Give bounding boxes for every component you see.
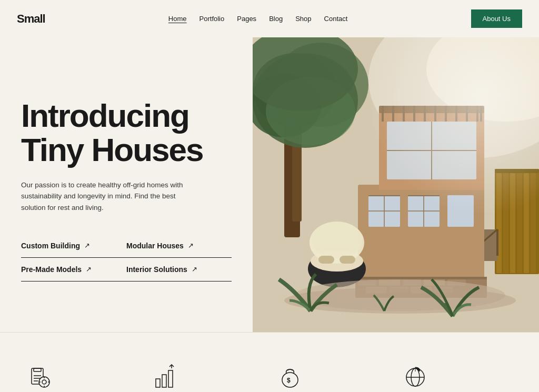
service-label-0: Custom Building bbox=[21, 242, 80, 250]
hero-title-line1: Introducing bbox=[21, 97, 189, 134]
features-section: Innovative Natus error sit voluptatem ac… bbox=[0, 332, 539, 392]
affordable-icon: $ bbox=[277, 364, 303, 390]
nav-item-blog[interactable]: Blog bbox=[269, 15, 283, 23]
svg-rect-70 bbox=[253, 37, 539, 332]
svg-rect-73 bbox=[34, 368, 41, 371]
hero-title: Introducing Tiny Houses bbox=[21, 98, 236, 167]
header: Small Home Portfolio Pages Blog Shop Con… bbox=[0, 0, 539, 37]
nav-item-home[interactable]: Home bbox=[168, 15, 187, 23]
svg-rect-83 bbox=[156, 379, 160, 387]
hero-image bbox=[253, 37, 539, 332]
hero-title-line2: Tiny Houses bbox=[21, 132, 203, 168]
arrow-icon-0: ↗ bbox=[84, 242, 90, 250]
service-label-1: Modular Houses bbox=[126, 242, 184, 250]
scalable-icon bbox=[152, 364, 178, 390]
feature-eco-friendly: Eco-Friendly Natus error sit voluptatem … bbox=[397, 354, 522, 392]
hero-illustration bbox=[253, 37, 539, 332]
feature-innovative: Innovative Natus error sit voluptatem ac… bbox=[21, 354, 146, 392]
about-us-button[interactable]: About Us bbox=[471, 9, 522, 28]
arrow-icon-3: ↗ bbox=[192, 265, 197, 274]
nav-item-shop[interactable]: Shop bbox=[295, 15, 311, 23]
feature-affordable: $ Affordable Natus error sit voluptatem … bbox=[272, 354, 397, 392]
hero-content: Introducing Tiny Houses Our passion is t… bbox=[0, 37, 253, 332]
service-interior-solutions[interactable]: Interior Solutions ↗ bbox=[126, 258, 232, 282]
svg-rect-71 bbox=[387, 122, 476, 179]
service-label-2: Pre-Made Models bbox=[21, 265, 82, 274]
feature-scalable: Scalable Natus error sit voluptatem accu… bbox=[146, 354, 272, 392]
service-custom-building[interactable]: Custom Building ↗ bbox=[21, 234, 126, 258]
service-modular-houses[interactable]: Modular Houses ↗ bbox=[126, 234, 232, 258]
hero-section: Introducing Tiny Houses Our passion is t… bbox=[0, 37, 539, 332]
brand-logo[interactable]: Small bbox=[17, 12, 45, 26]
svg-rect-85 bbox=[168, 370, 173, 387]
hero-description: Our passion is to create healthy off-gri… bbox=[21, 179, 200, 214]
service-label-3: Interior Solutions bbox=[126, 265, 187, 274]
nav-item-contact[interactable]: Contact bbox=[324, 15, 348, 23]
nav-item-pages[interactable]: Pages bbox=[237, 15, 256, 23]
arrow-icon-2: ↗ bbox=[86, 265, 92, 274]
svg-text:$: $ bbox=[287, 377, 291, 384]
services-grid: Custom Building ↗ Modular Houses ↗ Pre-M… bbox=[21, 234, 232, 282]
main-nav: Home Portfolio Pages Blog Shop Contact bbox=[168, 15, 347, 23]
eco-friendly-icon bbox=[402, 364, 428, 390]
nav-item-portfolio[interactable]: Portfolio bbox=[199, 15, 225, 23]
service-premade-models[interactable]: Pre-Made Models ↗ bbox=[21, 258, 126, 282]
hero-image-area bbox=[253, 37, 539, 332]
arrow-icon-1: ↗ bbox=[188, 242, 194, 250]
innovative-icon bbox=[26, 364, 53, 390]
brand-name: Small bbox=[17, 12, 45, 25]
svg-rect-84 bbox=[162, 375, 166, 387]
